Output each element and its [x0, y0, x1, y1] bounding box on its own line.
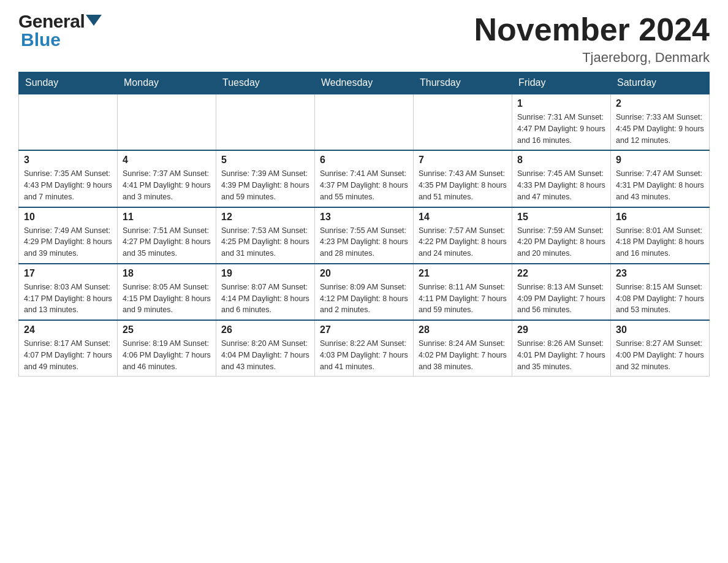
calendar-cell: 17Sunrise: 8:03 AM Sunset: 4:17 PM Dayli…	[19, 264, 118, 320]
day-number: 19	[221, 268, 309, 279]
calendar-header-row: SundayMondayTuesdayWednesdayThursdayFrid…	[19, 72, 710, 94]
calendar-cell: 11Sunrise: 7:51 AM Sunset: 4:27 PM Dayli…	[118, 207, 216, 264]
day-info: Sunrise: 7:35 AM Sunset: 4:43 PM Dayligh…	[24, 168, 112, 202]
calendar-cell: 28Sunrise: 8:24 AM Sunset: 4:02 PM Dayli…	[414, 320, 512, 377]
day-number: 15	[517, 212, 605, 223]
calendar-cell: 12Sunrise: 7:53 AM Sunset: 4:25 PM Dayli…	[216, 207, 315, 264]
day-info: Sunrise: 7:59 AM Sunset: 4:20 PM Dayligh…	[517, 225, 605, 259]
calendar-cell: 27Sunrise: 8:22 AM Sunset: 4:03 PM Dayli…	[315, 320, 414, 377]
day-number: 17	[24, 268, 112, 279]
day-info: Sunrise: 7:33 AM Sunset: 4:45 PM Dayligh…	[616, 112, 704, 146]
location: Tjaereborg, Denmark	[474, 50, 710, 66]
day-info: Sunrise: 7:31 AM Sunset: 4:47 PM Dayligh…	[517, 112, 605, 146]
day-info: Sunrise: 7:49 AM Sunset: 4:29 PM Dayligh…	[24, 225, 112, 259]
calendar-day-header: Friday	[512, 72, 611, 94]
day-info: Sunrise: 8:05 AM Sunset: 4:15 PM Dayligh…	[123, 282, 211, 316]
logo-general-text: General	[18, 12, 85, 31]
day-number: 28	[419, 324, 507, 335]
month-title: November 2024	[474, 12, 710, 47]
day-number: 14	[419, 212, 507, 223]
day-info: Sunrise: 8:26 AM Sunset: 4:01 PM Dayligh…	[517, 338, 605, 372]
day-info: Sunrise: 8:17 AM Sunset: 4:07 PM Dayligh…	[24, 338, 112, 372]
day-number: 27	[320, 324, 408, 335]
calendar-cell: 4Sunrise: 7:37 AM Sunset: 4:41 PM Daylig…	[118, 150, 216, 207]
calendar-cell: 3Sunrise: 7:35 AM Sunset: 4:43 PM Daylig…	[19, 150, 118, 207]
calendar-week-row: 3Sunrise: 7:35 AM Sunset: 4:43 PM Daylig…	[19, 150, 710, 207]
day-info: Sunrise: 7:57 AM Sunset: 4:22 PM Dayligh…	[419, 225, 507, 259]
day-number: 21	[419, 268, 507, 279]
day-number: 20	[320, 268, 408, 279]
calendar-cell: 14Sunrise: 7:57 AM Sunset: 4:22 PM Dayli…	[414, 207, 512, 264]
calendar-cell: 15Sunrise: 7:59 AM Sunset: 4:20 PM Dayli…	[512, 207, 611, 264]
day-info: Sunrise: 8:15 AM Sunset: 4:08 PM Dayligh…	[616, 282, 704, 316]
day-number: 30	[616, 324, 704, 335]
day-number: 18	[123, 268, 211, 279]
day-info: Sunrise: 8:01 AM Sunset: 4:18 PM Dayligh…	[616, 225, 704, 259]
day-info: Sunrise: 8:03 AM Sunset: 4:17 PM Dayligh…	[24, 282, 112, 316]
calendar-cell: 13Sunrise: 7:55 AM Sunset: 4:23 PM Dayli…	[315, 207, 414, 264]
calendar-cell	[315, 94, 414, 150]
day-info: Sunrise: 7:53 AM Sunset: 4:25 PM Dayligh…	[221, 225, 309, 259]
day-number: 26	[221, 324, 309, 335]
calendar-week-row: 24Sunrise: 8:17 AM Sunset: 4:07 PM Dayli…	[19, 320, 710, 377]
day-number: 9	[616, 155, 704, 166]
calendar-cell: 23Sunrise: 8:15 AM Sunset: 4:08 PM Dayli…	[611, 264, 710, 320]
calendar-cell: 24Sunrise: 8:17 AM Sunset: 4:07 PM Dayli…	[19, 320, 118, 377]
calendar-day-header: Thursday	[414, 72, 512, 94]
calendar-cell	[216, 94, 315, 150]
calendar-cell: 8Sunrise: 7:45 AM Sunset: 4:33 PM Daylig…	[512, 150, 611, 207]
calendar-cell: 9Sunrise: 7:47 AM Sunset: 4:31 PM Daylig…	[611, 150, 710, 207]
logo-triangle-icon	[86, 15, 102, 26]
day-info: Sunrise: 7:47 AM Sunset: 4:31 PM Dayligh…	[616, 168, 704, 202]
day-info: Sunrise: 8:27 AM Sunset: 4:00 PM Dayligh…	[616, 338, 704, 372]
day-info: Sunrise: 8:19 AM Sunset: 4:06 PM Dayligh…	[123, 338, 211, 372]
title-section: November 2024 Tjaereborg, Denmark	[474, 12, 710, 66]
calendar-cell: 19Sunrise: 8:07 AM Sunset: 4:14 PM Dayli…	[216, 264, 315, 320]
day-number: 13	[320, 212, 408, 223]
day-info: Sunrise: 8:22 AM Sunset: 4:03 PM Dayligh…	[320, 338, 408, 372]
day-number: 5	[221, 155, 309, 166]
calendar-table: SundayMondayTuesdayWednesdayThursdayFrid…	[18, 72, 710, 377]
calendar-day-header: Sunday	[19, 72, 118, 94]
calendar-cell: 22Sunrise: 8:13 AM Sunset: 4:09 PM Dayli…	[512, 264, 611, 320]
day-info: Sunrise: 8:07 AM Sunset: 4:14 PM Dayligh…	[221, 282, 309, 316]
day-info: Sunrise: 8:09 AM Sunset: 4:12 PM Dayligh…	[320, 282, 408, 316]
day-number: 24	[24, 324, 112, 335]
day-info: Sunrise: 7:39 AM Sunset: 4:39 PM Dayligh…	[221, 168, 309, 202]
calendar-cell: 21Sunrise: 8:11 AM Sunset: 4:11 PM Dayli…	[414, 264, 512, 320]
day-info: Sunrise: 7:51 AM Sunset: 4:27 PM Dayligh…	[123, 225, 211, 259]
day-info: Sunrise: 7:37 AM Sunset: 4:41 PM Dayligh…	[123, 168, 211, 202]
calendar-cell: 25Sunrise: 8:19 AM Sunset: 4:06 PM Dayli…	[118, 320, 216, 377]
day-info: Sunrise: 8:20 AM Sunset: 4:04 PM Dayligh…	[221, 338, 309, 372]
calendar-cell: 10Sunrise: 7:49 AM Sunset: 4:29 PM Dayli…	[19, 207, 118, 264]
calendar-cell: 2Sunrise: 7:33 AM Sunset: 4:45 PM Daylig…	[611, 94, 710, 150]
calendar-day-header: Saturday	[611, 72, 710, 94]
day-number: 7	[419, 155, 507, 166]
day-info: Sunrise: 7:41 AM Sunset: 4:37 PM Dayligh…	[320, 168, 408, 202]
day-number: 10	[24, 212, 112, 223]
page-header: General Blue November 2024 Tjaereborg, D…	[18, 12, 710, 66]
calendar-week-row: 10Sunrise: 7:49 AM Sunset: 4:29 PM Dayli…	[19, 207, 710, 264]
calendar-week-row: 17Sunrise: 8:03 AM Sunset: 4:17 PM Dayli…	[19, 264, 710, 320]
calendar-cell: 30Sunrise: 8:27 AM Sunset: 4:00 PM Dayli…	[611, 320, 710, 377]
calendar-cell	[118, 94, 216, 150]
day-info: Sunrise: 8:13 AM Sunset: 4:09 PM Dayligh…	[517, 282, 605, 316]
day-number: 8	[517, 155, 605, 166]
day-info: Sunrise: 7:45 AM Sunset: 4:33 PM Dayligh…	[517, 168, 605, 202]
logo: General Blue	[18, 12, 102, 49]
day-number: 22	[517, 268, 605, 279]
calendar-cell: 5Sunrise: 7:39 AM Sunset: 4:39 PM Daylig…	[216, 150, 315, 207]
day-number: 25	[123, 324, 211, 335]
day-info: Sunrise: 8:11 AM Sunset: 4:11 PM Dayligh…	[419, 282, 507, 316]
calendar-cell: 16Sunrise: 8:01 AM Sunset: 4:18 PM Dayli…	[611, 207, 710, 264]
day-number: 6	[320, 155, 408, 166]
day-number: 11	[123, 212, 211, 223]
calendar-day-header: Monday	[118, 72, 216, 94]
day-info: Sunrise: 8:24 AM Sunset: 4:02 PM Dayligh…	[419, 338, 507, 372]
calendar-day-header: Tuesday	[216, 72, 315, 94]
day-number: 3	[24, 155, 112, 166]
calendar-cell: 26Sunrise: 8:20 AM Sunset: 4:04 PM Dayli…	[216, 320, 315, 377]
day-number: 2	[616, 98, 704, 109]
calendar-cell: 29Sunrise: 8:26 AM Sunset: 4:01 PM Dayli…	[512, 320, 611, 377]
calendar-cell: 7Sunrise: 7:43 AM Sunset: 4:35 PM Daylig…	[414, 150, 512, 207]
